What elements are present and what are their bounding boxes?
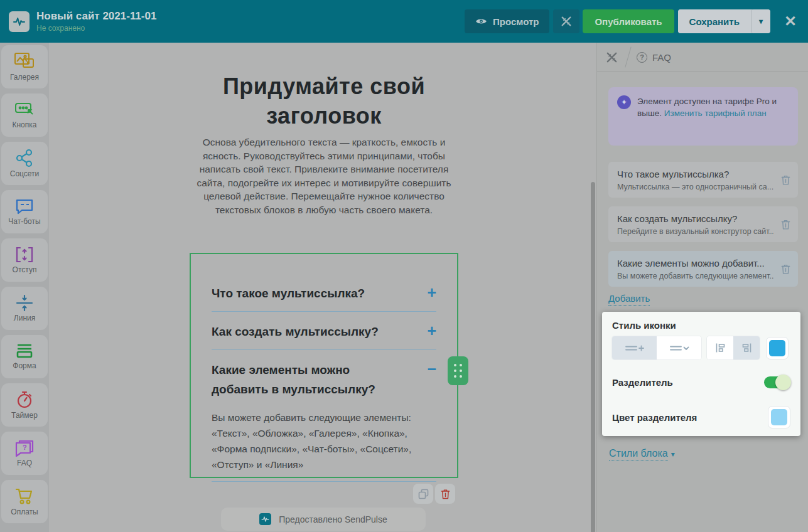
sendpulse-badge-icon [259, 513, 271, 525]
save-button[interactable]: Сохранить [678, 9, 751, 33]
icon-color-picker[interactable] [766, 337, 789, 359]
save-split-button: Сохранить ▾ [678, 9, 770, 33]
sidebar-item-line[interactable]: Линия [1, 287, 48, 330]
duplicate-block-button[interactable] [413, 484, 433, 504]
topbar-actions: Просмотр Опубликовать Сохранить ▾ ✕ [465, 9, 808, 33]
faq-divider [212, 481, 436, 482]
sidebar-item-label: Отступ [13, 265, 37, 274]
drag-handle[interactable] [448, 356, 468, 385]
faq-item-card[interactable]: Что такое мультиссылка? Мультиссылка — э… [608, 162, 798, 198]
delete-faq-item-button[interactable] [781, 174, 790, 185]
breadcrumb-separator [625, 47, 631, 68]
divider-setting-row: Разделитель [612, 375, 790, 390]
minus-icon[interactable]: − [427, 360, 436, 378]
faq-items-list: Что такое мультиссылка? Мультиссылка — э… [608, 162, 798, 295]
social-icon [15, 149, 34, 168]
divider-color-swatch [771, 409, 787, 425]
sidebar-item-label: Кнопка [13, 120, 37, 129]
sidebar-item-payments[interactable]: Оплаты [1, 480, 48, 523]
icon-style-section: Стиль иконки [602, 312, 800, 436]
divider-toggle-on[interactable] [764, 376, 789, 388]
trash-icon [441, 489, 450, 499]
publish-label: Опубликовать [595, 16, 662, 27]
trash-icon [781, 263, 790, 274]
sendpulse-logo[interactable] [9, 11, 30, 32]
plus-icon[interactable]: + [427, 284, 436, 301]
icon-position-left-button[interactable] [707, 336, 733, 359]
pro-notice-text: Элемент доступен на тарифе Pro и выше. И… [637, 95, 789, 137]
save-status: Не сохранено [36, 24, 156, 33]
sidebar-item-timer[interactable]: Таймер [1, 383, 48, 427]
sidebar-item-chatbots[interactable]: Чат-боты [1, 190, 48, 233]
publish-button[interactable]: Опубликовать [583, 9, 674, 33]
divider-color-row: Цвет разделителя [612, 406, 790, 428]
sidebar-item-social[interactable]: Соцсети [1, 142, 48, 185]
icon-type-plus-button[interactable] [612, 336, 657, 359]
intro-text[interactable]: Основа убедительного текста — краткость,… [195, 136, 453, 216]
plus-icon[interactable]: + [427, 322, 436, 339]
delete-block-button[interactable] [435, 484, 455, 504]
sidebar-item-gallery[interactable]: Галерея [1, 45, 48, 88]
help-icon: ? [637, 52, 647, 63]
timer-icon [15, 390, 34, 409]
builder-tools-button[interactable] [553, 9, 579, 33]
icon-style-controls [612, 336, 790, 359]
pulse-icon [13, 15, 26, 28]
save-dropdown-button[interactable]: ▾ [751, 9, 770, 33]
change-plan-link[interactable]: Изменить тарифный план [664, 109, 767, 118]
svg-text:?: ? [23, 444, 27, 451]
elements-sidebar: Галерея Кнопка Соцсети Чат-боты Отступ Л… [0, 43, 49, 532]
icon-position-segment [707, 336, 760, 359]
site-title: Новый сайт 2021-11-01 [36, 10, 156, 23]
faq-item-preview: Мультиссылка — это одностраничный са... [617, 183, 774, 191]
align-left-icon [715, 343, 726, 353]
faq-item-card[interactable]: Как создать мультиссылку? Перейдите в ви… [608, 206, 798, 242]
delete-faq-item-button[interactable] [781, 263, 790, 274]
faq-divider [212, 311, 436, 312]
faq-question: Какие элементы можно добавить в мультисс… [212, 360, 400, 399]
delete-faq-item-button[interactable] [781, 219, 790, 230]
spacing-icon [14, 246, 35, 263]
divider-color-picker[interactable] [768, 406, 790, 428]
pro-star-icon: ✦ [617, 95, 631, 109]
save-label: Сохранить [689, 16, 740, 27]
faq-item-preview: Перейдите в визуальный конструтор сайт..… [617, 227, 774, 236]
sidebar-item-faq[interactable]: ? FAQ [1, 432, 48, 475]
breadcrumb: ? FAQ [597, 43, 808, 72]
faq-question-row[interactable]: Какие элементы можно добавить в мультисс… [212, 360, 436, 399]
add-faq-item-link[interactable]: Добавить [608, 293, 650, 306]
canvas-scrollbar[interactable] [591, 182, 595, 532]
powered-by-badge[interactable]: Предоставлено SendPulse [221, 508, 426, 531]
payments-icon [14, 487, 35, 506]
divider-label: Разделитель [612, 377, 673, 388]
faq-item-card-selected[interactable]: Какие элементы можно добавит... Вы может… [608, 251, 798, 287]
page-title[interactable]: Придумайте свой заголовок [188, 72, 460, 130]
caret-down-icon: ▾ [671, 450, 675, 459]
crossed-tools-icon[interactable] [605, 51, 618, 64]
lines-chevron-icon [669, 343, 689, 353]
faq-question-row[interactable]: Как создать мультиссылку? + [212, 322, 436, 341]
sidebar-item-label: Линия [14, 314, 35, 322]
trash-icon [781, 174, 790, 185]
powered-by-label: Предоставлено SendPulse [279, 514, 387, 524]
faq-item-title: Что такое мультиссылка? [617, 168, 774, 181]
icon-type-chevron-button[interactable] [657, 336, 701, 359]
button-icon [14, 101, 35, 119]
eye-icon [475, 18, 487, 25]
faq-divider [212, 349, 436, 350]
faq-question: Что такое мультиссылка? [212, 284, 365, 303]
sidebar-item-spacing[interactable]: Отступ [1, 238, 48, 282]
faq-element-selected[interactable]: Что такое мультиссылка? + Как создать му… [190, 253, 458, 478]
sidebar-item-label: Форма [13, 361, 36, 370]
gallery-icon [14, 52, 35, 71]
sidebar-item-form[interactable]: Форма [1, 335, 48, 378]
preview-button[interactable]: Просмотр [465, 9, 549, 33]
sidebar-item-button[interactable]: Кнопка [1, 93, 48, 137]
sidebar-item-label: Галерея [10, 73, 39, 82]
close-button[interactable]: ✕ [784, 14, 797, 29]
trash-icon [781, 219, 790, 230]
block-styles-link[interactable]: Стили блока▾ [609, 448, 675, 459]
toggle-knob [775, 375, 791, 390]
faq-question-row[interactable]: Что такое мультиссылка? + [212, 284, 436, 303]
icon-position-right-button[interactable] [733, 336, 760, 359]
